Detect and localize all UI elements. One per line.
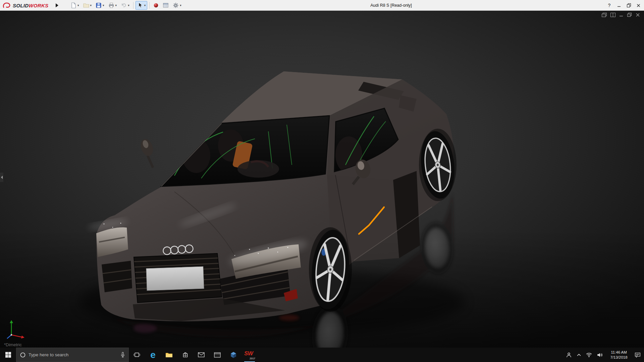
people-button[interactable] xyxy=(566,352,572,358)
mail-button[interactable] xyxy=(193,348,209,362)
app-window-icon xyxy=(214,352,221,358)
search-input[interactable] xyxy=(29,352,118,357)
store-bag-icon xyxy=(182,352,188,358)
dropdown-arrow-icon[interactable]: ▾ xyxy=(115,4,117,7)
title-bar: SOLIDWORKS ▾ ▾ xyxy=(0,0,644,11)
collapse-arrow-icon xyxy=(1,176,3,179)
edge-browser-button[interactable]: e xyxy=(145,348,161,362)
chevron-up-icon xyxy=(577,354,581,356)
view-orientation-label: *Dimetric xyxy=(4,342,22,347)
open-button[interactable]: ▾ xyxy=(82,1,94,10)
action-center-icon xyxy=(635,352,641,358)
system-tray: 11:46 AM 7/13/2018 xyxy=(566,348,644,362)
dropdown-arrow-icon[interactable]: ▾ xyxy=(77,4,79,7)
brand-text: SOLIDWORKS xyxy=(13,3,48,8)
speaker-icon xyxy=(597,353,603,357)
cortana-icon xyxy=(20,352,26,358)
windows-taskbar: e xyxy=(0,348,644,362)
toolbar-separator xyxy=(133,2,133,9)
task-view-button[interactable] xyxy=(129,348,145,362)
solidworks-window: SOLIDWORKS ▾ ▾ xyxy=(0,0,644,362)
left-intake xyxy=(102,261,132,292)
maximize-button[interactable] xyxy=(624,1,634,10)
dropdown-arrow-icon[interactable]: ▾ xyxy=(144,4,146,7)
new-document-icon xyxy=(70,2,76,8)
new-window-icon[interactable] xyxy=(602,13,607,17)
sw-letters: SW xyxy=(244,350,253,357)
app-window-button[interactable] xyxy=(209,348,225,362)
taskbar-clock[interactable]: 11:46 AM 7/13/2018 xyxy=(608,350,630,360)
start-button[interactable] xyxy=(0,348,16,362)
select-cursor-icon xyxy=(137,2,143,8)
print-button[interactable]: ▾ xyxy=(107,1,119,10)
save-icon xyxy=(96,2,102,8)
solidworks-app-button[interactable]: SW 2017 xyxy=(241,348,258,362)
file-explorer-icon xyxy=(165,352,173,358)
sw-year: 2017 xyxy=(250,357,255,360)
dassault-logo-icon xyxy=(3,2,11,9)
solidworks-brand: SOLIDWORKS xyxy=(3,0,48,11)
select-tool-button[interactable]: ▾ xyxy=(136,1,148,10)
minimize-button[interactable] xyxy=(614,1,624,10)
options-button[interactable]: ▾ xyxy=(171,1,183,10)
network-button[interactable] xyxy=(586,353,592,357)
gear-icon xyxy=(173,2,179,8)
brand-solid: SOLID xyxy=(13,3,29,8)
restore-document-icon[interactable] xyxy=(627,13,632,17)
minimize-icon xyxy=(617,4,621,7)
clock-date: 7/13/2018 xyxy=(608,355,630,360)
mail-envelope-icon xyxy=(198,352,205,357)
panel-collapse-tab[interactable] xyxy=(0,173,3,182)
hidden-icons-button[interactable] xyxy=(577,354,581,356)
graphics-viewport[interactable]: *Dimetric xyxy=(0,11,644,348)
help-button[interactable]: ? xyxy=(604,1,614,10)
undo-button[interactable]: ▾ xyxy=(119,1,131,10)
toolbar-separator xyxy=(149,2,150,9)
viewport-canvas[interactable] xyxy=(0,11,644,348)
close-document-icon[interactable] xyxy=(636,13,640,17)
tile-window-icon[interactable] xyxy=(610,13,615,17)
solidworks-taskbar-icon: SW 2017 xyxy=(244,350,255,360)
dropdown-arrow-icon[interactable]: ▾ xyxy=(128,4,129,7)
close-icon xyxy=(637,4,640,7)
appearances-button[interactable] xyxy=(152,1,160,10)
wifi-icon xyxy=(586,353,592,357)
windows-logo-icon xyxy=(5,352,11,358)
dropdown-arrow-icon[interactable]: ▾ xyxy=(180,4,181,7)
brand-works: WORKS xyxy=(29,3,48,8)
window-controls: ? xyxy=(604,0,643,11)
close-button[interactable] xyxy=(634,1,643,10)
window-title: Audi R8 S [Read-only] xyxy=(341,0,441,11)
microphone-icon[interactable] xyxy=(120,352,125,358)
license-plate xyxy=(146,266,204,291)
menu-flyout-arrow-icon[interactable] xyxy=(56,3,58,7)
x-axis-arrow xyxy=(21,336,24,339)
triad-origin xyxy=(11,334,12,336)
clock-time: 11:46 AM xyxy=(608,350,630,355)
open-folder-icon xyxy=(83,2,89,8)
blue-cube-icon xyxy=(230,352,237,358)
edge-icon: e xyxy=(150,350,156,360)
appearance-sphere-icon xyxy=(153,3,159,8)
y-axis-arrow xyxy=(10,320,13,323)
print-icon xyxy=(108,2,114,8)
taskbar-search[interactable] xyxy=(16,348,129,362)
dropdown-arrow-icon[interactable]: ▾ xyxy=(90,4,92,7)
people-icon xyxy=(566,352,572,358)
orientation-triad xyxy=(4,319,28,342)
undo-icon xyxy=(121,2,127,8)
design-table-button[interactable] xyxy=(161,1,170,10)
volume-button[interactable] xyxy=(597,353,603,357)
file-explorer-button[interactable] xyxy=(161,348,177,362)
design-table-icon xyxy=(163,2,169,8)
action-center-button[interactable] xyxy=(635,352,641,358)
minimize-document-icon[interactable] xyxy=(619,13,624,17)
cube-app-button[interactable] xyxy=(225,348,241,362)
task-view-icon xyxy=(133,352,140,358)
store-button[interactable] xyxy=(177,348,193,362)
dropdown-arrow-icon[interactable]: ▾ xyxy=(103,4,104,7)
new-document-button[interactable]: ▾ xyxy=(69,1,81,10)
restore-icon xyxy=(627,3,631,7)
save-button[interactable]: ▾ xyxy=(94,1,106,10)
document-window-controls xyxy=(602,13,640,17)
